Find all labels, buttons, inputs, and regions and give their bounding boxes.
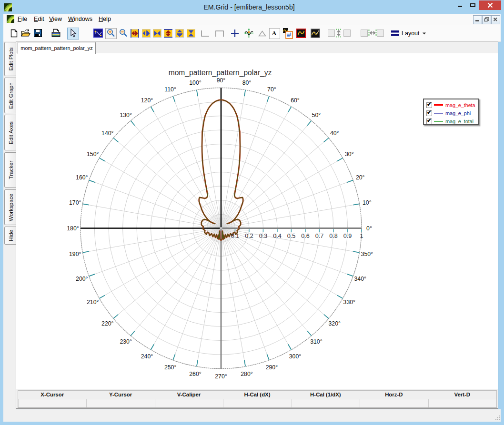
svg-text:270°: 270° [215,373,227,380]
svg-text:0.7: 0.7 [315,233,324,239]
svg-text:0.6: 0.6 [301,233,310,239]
svg-text:80°: 80° [242,79,252,86]
svg-text:40°: 40° [330,130,339,137]
svg-text:0.8: 0.8 [329,233,338,239]
svg-text:350°: 350° [361,251,373,257]
svg-text:90°: 90° [217,77,226,84]
svg-text:260°: 260° [189,371,202,377]
svg-text:210°: 210° [87,299,99,306]
svg-text:190°: 190° [69,251,81,257]
svg-text:220°: 220° [101,320,114,327]
svg-text:240°: 240° [141,353,153,360]
svg-text:50°: 50° [312,112,321,119]
svg-text:130°: 130° [120,112,132,119]
svg-text:20°: 20° [356,174,365,181]
svg-text:180°: 180° [67,225,79,232]
svg-text:340°: 340° [354,276,366,282]
svg-text:310°: 310° [310,338,323,345]
svg-text:70°: 70° [267,86,276,93]
svg-text:0.3: 0.3 [259,233,268,239]
svg-text:160°: 160° [76,174,88,181]
svg-text:170°: 170° [69,199,81,206]
svg-text:0.4: 0.4 [273,233,282,239]
svg-text:110°: 110° [164,86,176,93]
svg-text:60°: 60° [291,97,300,104]
svg-text:0.9: 0.9 [343,233,352,239]
svg-text:10°: 10° [363,199,372,206]
svg-text:0.5: 0.5 [287,233,296,239]
svg-text:330°: 330° [343,299,356,306]
svg-text:150°: 150° [87,151,99,158]
svg-text:320°: 320° [328,320,341,327]
svg-text:290°: 290° [266,364,278,371]
svg-text:0.1: 0.1 [231,233,240,239]
svg-text:30°: 30° [345,151,354,158]
svg-text:200°: 200° [76,276,88,282]
svg-text:300°: 300° [289,353,302,360]
svg-text:1: 1 [360,233,363,239]
svg-text:230°: 230° [120,338,132,345]
svg-text:0°: 0° [366,225,372,232]
svg-text:mom_pattern_pattern_polar_yz: mom_pattern_pattern_polar_yz [169,69,272,77]
svg-text:280°: 280° [241,371,253,377]
svg-text:0.2: 0.2 [245,233,253,239]
svg-text:140°: 140° [101,130,114,137]
svg-text:120°: 120° [141,97,153,104]
svg-text:250°: 250° [164,364,177,371]
svg-text:100°: 100° [189,79,202,86]
